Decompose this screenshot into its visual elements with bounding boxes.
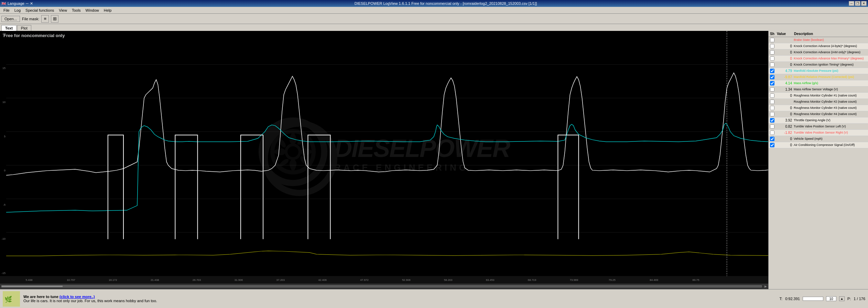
val-map-rel: -9.87 xyxy=(775,75,793,79)
val-rough-3: 0 xyxy=(775,106,793,110)
cb-tumble-r[interactable] xyxy=(770,130,774,135)
x-tick-13: 73.969 xyxy=(570,278,578,282)
toolbar: Open... File mask: ≡ ⊞ xyxy=(0,14,868,24)
toolbar-icon-list[interactable]: ≡ xyxy=(41,15,49,23)
y-axis: 20 15 10 5 0 -5 -10 -15 xyxy=(0,31,6,276)
rp-row-tumble-r: -1.82 Tumble Valve Position Sensor Right… xyxy=(769,130,868,136)
cb-brake-state[interactable] xyxy=(770,38,774,42)
rp-row-throttle: 3.92 Throttle Opening Angle (V) xyxy=(769,117,868,124)
desc-rough-2: Roughness Monitor Cylinder #2 (native co… xyxy=(793,100,868,104)
val-map-abs: 4.79 xyxy=(775,69,793,73)
x-tick-7: 42.406 xyxy=(318,278,326,282)
close-button[interactable]: ✕ xyxy=(861,1,867,6)
menu-view[interactable]: View xyxy=(57,8,69,13)
x-tick-4: 26.703 xyxy=(193,278,201,282)
val-throttle: 3.92 xyxy=(775,118,793,123)
cb-maf-gs[interactable] xyxy=(770,81,774,85)
toolbar-icon-grid[interactable]: ⊞ xyxy=(51,15,58,23)
x-tick-0: 5.438 xyxy=(25,278,32,282)
cb-throttle[interactable] xyxy=(770,118,774,123)
menu-window[interactable]: Window xyxy=(84,8,101,13)
lang-close[interactable]: ✕ xyxy=(30,1,33,6)
filemask-label: File mask: xyxy=(22,17,39,21)
rp-row-map-abs: 4.79 Manifold Absolute Pressure (psi) xyxy=(769,68,868,74)
menu-help[interactable]: Help xyxy=(102,8,114,13)
val-knock-max: 0 xyxy=(775,56,793,61)
x-tick-1: 10.797 xyxy=(67,278,75,282)
menu-tools[interactable]: Tools xyxy=(70,8,83,13)
time-scrollbar[interactable] xyxy=(803,297,823,301)
window-controls: ─ ❐ ✕ xyxy=(849,1,867,6)
time-label: T: xyxy=(780,297,783,301)
status-text: We are here to tune (click to see more..… xyxy=(23,295,157,303)
desc-rough-4: Roughness Monitor Cylinder #4 (native co… xyxy=(793,112,868,116)
menu-file[interactable]: File xyxy=(1,8,12,13)
rp-row-rough-1: 0 Roughness Monitor Cylinder #1 (native … xyxy=(769,93,868,99)
x-tick-14: 79.25 xyxy=(609,278,616,282)
cb-knock-4byte[interactable] xyxy=(770,44,774,48)
tab-plot[interactable]: Plot xyxy=(17,25,31,31)
desc-knock-timing: Knock Correction Ignition Timing* (degre… xyxy=(793,62,868,67)
header-sh: Sh xyxy=(769,32,776,36)
x-tick-10: 58.203 xyxy=(444,278,452,282)
cb-maf-v[interactable] xyxy=(770,87,774,92)
restore-button[interactable]: ❐ xyxy=(855,1,860,6)
desc-rough-3: Roughness Monitor Cylinder #3 (native co… xyxy=(793,106,868,110)
tab-text[interactable]: Text xyxy=(1,25,17,31)
chart-svg xyxy=(6,31,768,276)
title-bar: 🇬🇧 Language ─ ✕ DIESELPOWER LogView 1.6.… xyxy=(0,0,868,7)
flag-icon: 🇬🇧 xyxy=(1,1,6,6)
val-knock-iam: 0 xyxy=(775,50,793,55)
rp-row-rough-4: 0 Roughness Monitor Cylinder #4 (native … xyxy=(769,111,868,117)
menu-log[interactable]: Log xyxy=(12,8,23,13)
menu-special-functions[interactable]: Special functions xyxy=(23,8,56,13)
window-title: DIESELPOWER LogView 1.6.1.1 Free for non… xyxy=(43,1,849,5)
cb-rough-3[interactable] xyxy=(770,106,774,110)
cb-knock-timing[interactable] xyxy=(770,62,774,67)
cb-map-rel[interactable] xyxy=(770,75,774,79)
x-tick-3: 21.438 xyxy=(151,278,159,282)
time-spin[interactable]: 10 xyxy=(826,296,836,301)
status-link[interactable]: (click to see more..) xyxy=(59,295,95,299)
desc-tumble-l: Tumble Valve Position Sensor Left (V) xyxy=(793,124,868,129)
open-button[interactable]: Open... xyxy=(1,16,20,22)
desc-knock-max: Knock Correction Advance Max Primary* (d… xyxy=(793,56,868,61)
cb-knock-iam[interactable] xyxy=(770,50,774,55)
chart-container[interactable]: Free for noncommercial only xyxy=(0,31,768,276)
language-label[interactable]: Language xyxy=(8,1,24,5)
x-axis: 5.438 10.797 16.172 21.438 26.703 31.906… xyxy=(0,276,768,284)
cb-map-abs[interactable] xyxy=(770,69,774,73)
cb-rough-2[interactable] xyxy=(770,100,774,104)
status-line1: We are here to tune (click to see more..… xyxy=(23,295,157,299)
val-tumble-l: 0.82 xyxy=(775,124,793,129)
header-value: Value xyxy=(776,32,793,36)
menu-bar: File Log Special functions View Tools Wi… xyxy=(0,7,868,14)
rp-row-knock-max: 0 Knock Correction Advance Max Primary* … xyxy=(769,56,868,62)
desc-tumble-r: Tumble Valve Position Sensor Right (V) xyxy=(793,130,868,135)
lang-min[interactable]: ─ xyxy=(26,1,29,5)
cb-rough-1[interactable] xyxy=(770,93,774,98)
cb-ac[interactable] xyxy=(770,143,774,147)
val-maf-v: 1.34 xyxy=(775,87,793,92)
rp-row-knock-4byte: 0 Knock Correction Advance (4-byte)* (de… xyxy=(769,43,868,49)
main-area: Free for noncommercial only xyxy=(0,31,868,289)
cb-speed[interactable] xyxy=(770,137,774,141)
rp-row-speed: 0 Vehicle Speed (mph) xyxy=(769,136,868,142)
cb-rough-4[interactable] xyxy=(770,112,774,116)
chart-column: Free for noncommercial only xyxy=(0,31,768,289)
desc-speed: Vehicle Speed (mph) xyxy=(793,137,868,141)
chart-scrollbar[interactable] xyxy=(1,285,762,287)
x-tick-12: 68.719 xyxy=(528,278,536,282)
x-tick-container: 5.438 10.797 16.172 21.438 26.703 31.906… xyxy=(6,276,768,284)
svg-text:🌿: 🌿 xyxy=(4,296,12,303)
x-tick-16: 89.75 xyxy=(692,278,699,282)
chart-position-indicator: ▶ xyxy=(764,285,767,288)
cb-tumble-l[interactable] xyxy=(770,124,774,129)
val-knock-timing: 0 xyxy=(775,62,793,67)
x-tick-15: 84.469 xyxy=(650,278,658,282)
spin-up[interactable]: ▲ xyxy=(839,296,845,301)
cb-knock-max[interactable] xyxy=(770,56,774,61)
val-maf-gs: 4.14 xyxy=(775,81,793,85)
x-tick-8: 47.672 xyxy=(360,278,368,282)
minimize-button[interactable]: ─ xyxy=(849,1,854,6)
